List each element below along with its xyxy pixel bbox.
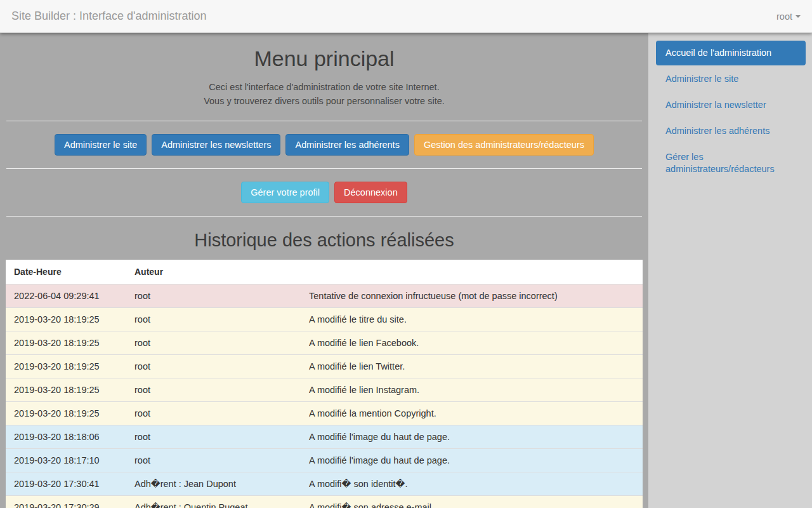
chevron-down-icon <box>796 15 801 18</box>
cell-action: A modifié le lien Facebook. <box>301 331 643 355</box>
history-table-wrap: Date-Heure Auteur 2022-06-04 09:29:41 ro… <box>6 260 643 508</box>
cell-author: root <box>126 355 301 378</box>
action-button[interactable]: Administrer le site <box>55 134 147 156</box>
cell-datetime: 2022-06-04 09:29:41 <box>6 284 126 308</box>
cell-datetime: 2019-03-20 18:18:06 <box>6 425 126 449</box>
cell-datetime: 2019-03-20 18:19:25 <box>6 378 126 402</box>
cell-action: A modifi� son adresse e-mail. <box>301 496 643 508</box>
sidebar-item[interactable]: Accueil de l'administration <box>656 41 806 65</box>
action-button[interactable]: Gestion des administrateurs/rédacteurs <box>414 134 594 156</box>
table-row: 2019-03-20 17:30:29 Adh�rent : Quentin P… <box>6 496 643 508</box>
action-button[interactable]: Administrer les adhérents <box>285 134 409 156</box>
cell-author: root <box>126 402 301 425</box>
admin-buttons-row: Administrer le site Administrer les news… <box>0 134 648 156</box>
action-button[interactable]: Déconnexion <box>334 182 407 203</box>
main-content: Menu principal Ceci est l'interface d'ad… <box>0 33 648 508</box>
cell-action: A modifi� son identit�. <box>301 472 643 496</box>
cell-datetime: 2019-03-20 17:30:29 <box>6 496 126 508</box>
table-row: 2019-03-20 18:19:25 root A modifié le li… <box>6 378 643 402</box>
action-button[interactable]: Administrer les newsletters <box>152 134 280 156</box>
intro-line-2: Vous y trouverez divers outils pour pers… <box>0 94 648 108</box>
cell-datetime: 2019-03-20 18:19:25 <box>6 308 126 331</box>
table-row: 2019-03-20 18:19:25 root A modifié le ti… <box>6 308 643 331</box>
column-header-datetime: Date-Heure <box>6 260 126 284</box>
top-navbar: Site Builder : Interface d'administratio… <box>0 0 812 33</box>
cell-author: root <box>126 284 301 308</box>
user-dropdown[interactable]: root <box>776 11 801 22</box>
sidebar-nav: Accueil de l'administration Administrer … <box>648 33 812 508</box>
cell-datetime: 2019-03-20 18:19:25 <box>6 331 126 355</box>
cell-author: root <box>126 331 301 355</box>
cell-action: A modifié l'image du haut de page. <box>301 449 643 472</box>
column-header-author: Auteur <box>126 260 301 284</box>
cell-action: A modifié la mention Copyright. <box>301 402 643 425</box>
history-title: Historique des actions réalisées <box>0 229 648 251</box>
divider <box>6 216 642 217</box>
cell-author: root <box>126 425 301 449</box>
table-row: 2022-06-04 09:29:41 root Tentative de co… <box>6 284 643 308</box>
user-dropdown-label: root <box>776 11 792 22</box>
cell-action: A modifié le titre du site. <box>301 308 643 331</box>
divider <box>6 168 642 169</box>
divider <box>6 121 642 121</box>
table-row: 2019-03-20 18:19:25 root A modifié le li… <box>6 355 643 378</box>
cell-datetime: 2019-03-20 17:30:41 <box>6 472 126 496</box>
table-row: 2019-03-20 18:17:10 root A modifié l'ima… <box>6 449 643 472</box>
action-button[interactable]: Gérer votre profil <box>241 182 329 203</box>
cell-action: A modifié l'image du haut de page. <box>301 425 643 449</box>
cell-author: root <box>126 378 301 402</box>
app-title: Site Builder : Interface d'administratio… <box>11 10 207 23</box>
sidebar-item[interactable]: Administrer la newsletter <box>656 93 806 117</box>
cell-author: Adh�rent : Jean Dupont <box>126 472 301 496</box>
account-buttons-row: Gérer votre profil Déconnexion <box>0 182 648 203</box>
cell-author: Adh�rent : Quentin Pugeat <box>126 496 301 508</box>
intro-line-1: Ceci est l'interface d'administration de… <box>0 80 648 94</box>
sidebar-item[interactable]: Administrer les adhérents <box>656 119 806 144</box>
table-row: 2019-03-20 17:30:41 Adh�rent : Jean Dupo… <box>6 472 643 496</box>
page-title: Menu principal <box>0 46 648 71</box>
sidebar-item[interactable]: Administrer le site <box>656 67 806 91</box>
table-row: 2019-03-20 18:19:25 root A modifié le li… <box>6 331 643 355</box>
history-table: Date-Heure Auteur 2022-06-04 09:29:41 ro… <box>6 260 643 508</box>
column-header-action <box>301 260 643 284</box>
cell-datetime: 2019-03-20 18:19:25 <box>6 402 126 425</box>
table-row: 2019-03-20 18:19:25 root A modifié la me… <box>6 402 643 425</box>
cell-action: A modifié le lien Instagram. <box>301 378 643 402</box>
cell-datetime: 2019-03-20 18:17:10 <box>6 449 126 472</box>
cell-author: root <box>126 308 301 331</box>
cell-author: root <box>126 449 301 472</box>
cell-action: A modifié le lien Twitter. <box>301 355 643 378</box>
sidebar-item[interactable]: Gérer les administrateurs/rédacteurs <box>656 145 806 182</box>
cell-datetime: 2019-03-20 18:19:25 <box>6 355 126 378</box>
table-header-row: Date-Heure Auteur <box>6 260 643 284</box>
cell-action: Tentative de connexion infructueuse (mot… <box>301 284 643 308</box>
page-layout: Menu principal Ceci est l'interface d'ad… <box>0 33 812 508</box>
table-row: 2019-03-20 18:18:06 root A modifié l'ima… <box>6 425 643 449</box>
